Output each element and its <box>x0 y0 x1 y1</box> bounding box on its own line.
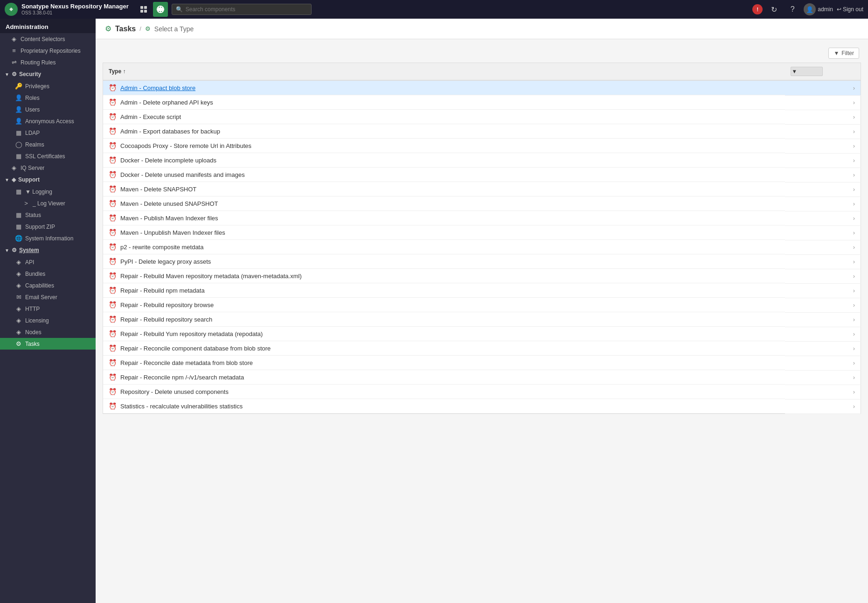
sidebar-item-privileges[interactable]: 🔑 Privileges <box>0 80 96 92</box>
proprietary-repos-label: Proprietary Repositories <box>21 48 81 54</box>
sidebar-item-logging[interactable]: ▦ ▼ Logging <box>0 186 96 197</box>
browse-icon-btn[interactable] <box>136 2 151 17</box>
table-row[interactable]: ⏰Docker - Delete unused manifests and im… <box>103 168 861 182</box>
task-type-name: Repair - Reconcile date metadata from bl… <box>120 359 253 366</box>
task-type-name: Repair - Rebuild Maven repository metada… <box>120 273 302 280</box>
table-row[interactable]: ⏰Repair - Reconcile npm /-/v1/search met… <box>103 370 861 385</box>
task-clock-icon: ⏰ <box>109 330 117 337</box>
sidebar-item-api[interactable]: ◈ API <box>0 256 96 268</box>
log-viewer-label: _ Log Viewer <box>33 200 65 207</box>
bundles-label: Bundles <box>25 271 45 277</box>
task-clock-icon: ⏰ <box>109 258 117 265</box>
table-row[interactable]: ⏰Docker - Delete incomplete uploads› <box>103 153 861 168</box>
user-menu[interactable]: 👤 admin <box>804 3 833 15</box>
support-section-icon: ◈ <box>12 176 16 183</box>
api-icon: ◈ <box>15 259 22 266</box>
logo-icon <box>5 3 18 16</box>
table-area: ▼ Filter Type ↑ ▾ <box>96 39 868 603</box>
task-arrow-cell: › <box>828 211 861 225</box>
sidebar-item-licensing[interactable]: ◈ Licensing <box>0 315 96 326</box>
task-type-name: PyPI - Delete legacy proxy assets <box>120 258 211 265</box>
arrow-column-header <box>828 63 861 81</box>
sidebar-item-iq-server[interactable]: ◈ IQ Server <box>0 162 96 174</box>
table-row[interactable]: ⏰Maven - Unpublish Maven Indexer files› <box>103 225 861 240</box>
breadcrumb-icon: ⚙ <box>105 24 111 33</box>
sidebar-item-proprietary-repositories[interactable]: ≡ Proprietary Repositories <box>0 45 96 56</box>
table-row[interactable]: ⏰Admin - Delete orphaned API keys› <box>103 95 861 110</box>
table-row[interactable]: ⏰Statistics - recalculate vulnerabilitie… <box>103 399 861 414</box>
table-row[interactable]: ⏰Admin - Compact blob store› <box>103 80 861 95</box>
task-type-name: p2 - rewrite composite metdata <box>120 244 203 251</box>
table-row[interactable]: ⏰Maven - Delete unused SNAPSHOT› <box>103 196 861 211</box>
sidebar-item-http[interactable]: ◈ HTTP <box>0 303 96 315</box>
sidebar-item-nodes[interactable]: ◈ Nodes <box>0 326 96 338</box>
type-column-header[interactable]: Type ↑ <box>103 63 785 81</box>
task-type-cell: ⏰Docker - Delete incomplete uploads <box>103 153 785 168</box>
table-row[interactable]: ⏰Repair - Rebuild repository browse› <box>103 298 861 312</box>
sidebar-item-ldap[interactable]: ▦ LDAP <box>0 127 96 139</box>
table-row[interactable]: ⏰Cocoapods Proxy - Store remote Url in A… <box>103 139 861 153</box>
table-row[interactable]: ⏰Repository - Delete unused components› <box>103 385 861 399</box>
sidebar-item-log-viewer[interactable]: > _ Log Viewer <box>0 197 96 209</box>
table-row[interactable]: ⏰Admin - Execute script› <box>103 110 861 124</box>
table-row[interactable]: ⏰Maven - Delete SNAPSHOT› <box>103 182 861 196</box>
task-arrow-cell: › <box>828 168 861 182</box>
task-type-cell: ⏰Repair - Reconcile npm /-/v1/search met… <box>103 370 785 385</box>
settings-icon-btn[interactable] <box>153 2 168 17</box>
log-viewer-icon: > <box>22 200 30 207</box>
tasks-icon: ⚙ <box>15 340 22 347</box>
column-dropdown-btn[interactable]: ▾ <box>791 67 823 76</box>
sidebar-item-routing-rules[interactable]: ⇌ Routing Rules <box>0 56 96 68</box>
sidebar-item-users[interactable]: 👤 Users <box>0 104 96 115</box>
ldap-label: LDAP <box>25 130 40 136</box>
signout-button[interactable]: ↩ Sign out <box>837 6 863 13</box>
sidebar-item-roles[interactable]: 👤 Roles <box>0 92 96 104</box>
sidebar-section-support[interactable]: ▼ ◈ Support <box>0 174 96 186</box>
table-row[interactable]: ⏰PyPI - Delete legacy proxy assets› <box>103 254 861 269</box>
filter-bar: ▼ Filter <box>103 44 861 63</box>
sidebar-section-system[interactable]: ▼ ⚙ System <box>0 244 96 256</box>
task-arrow-cell: › <box>828 80 861 95</box>
task-type-cell: ⏰Repair - Rebuild repository browse <box>103 298 785 312</box>
table-row[interactable]: ⏰Repair - Rebuild Yum repository metadat… <box>103 327 861 341</box>
task-type-cell: ⏰Repair - Rebuild Maven repository metad… <box>103 269 785 283</box>
sidebar-item-ssl-certificates[interactable]: ▦ SSL Certificates <box>0 150 96 162</box>
task-type-name: Repair - Rebuild npm metadata <box>120 287 205 294</box>
ssl-certificates-label: SSL Certificates <box>25 153 65 160</box>
task-type-name: Repair - Rebuild repository browse <box>120 302 214 309</box>
sidebar-item-anonymous-access[interactable]: 👤 Anonymous Access <box>0 115 96 127</box>
sidebar-item-capabilities[interactable]: ◈ Capabilities <box>0 280 96 291</box>
filter-button[interactable]: ▼ Filter <box>828 48 859 59</box>
task-clock-icon: ⏰ <box>109 84 117 91</box>
sidebar-item-realms[interactable]: ◯ Realms <box>0 139 96 150</box>
dropdown-column-header[interactable]: ▾ <box>785 63 828 81</box>
table-row[interactable]: ⏰Maven - Publish Maven Indexer files› <box>103 211 861 225</box>
proprietary-repos-icon: ≡ <box>10 47 18 54</box>
search-bar[interactable]: 🔍 <box>172 4 312 15</box>
task-type-cell: ⏰Repair - Rebuild npm metadata <box>103 283 785 298</box>
sidebar-item-system-information[interactable]: 🌐 System Information <box>0 232 96 244</box>
sidebar-item-email-server[interactable]: ✉ Email Server <box>0 291 96 303</box>
task-type-name: Maven - Delete SNAPSHOT <box>120 186 196 193</box>
svg-rect-1 <box>140 6 143 9</box>
sidebar-item-tasks[interactable]: ⚙ Tasks <box>0 338 96 350</box>
username-label: admin <box>818 6 833 13</box>
refresh-icon[interactable]: ↻ <box>766 2 781 17</box>
alert-icon[interactable]: ! <box>752 4 763 14</box>
table-row[interactable]: ⏰Repair - Rebuild npm metadata› <box>103 283 861 298</box>
sidebar-item-status[interactable]: ▦ Status <box>0 209 96 221</box>
table-row[interactable]: ⏰Admin - Export databases for backup› <box>103 124 861 139</box>
sidebar-item-support-zip[interactable]: ▦ Support ZIP <box>0 221 96 232</box>
search-input[interactable] <box>186 6 307 13</box>
task-type-name: Admin - Delete orphaned API keys <box>120 99 213 106</box>
sidebar-item-bundles[interactable]: ◈ Bundles <box>0 268 96 280</box>
table-row[interactable]: ⏰p2 - rewrite composite metdata› <box>103 240 861 254</box>
table-row[interactable]: ⏰Repair - Rebuild Maven repository metad… <box>103 269 861 283</box>
table-row[interactable]: ⏰Repair - Rebuild repository search› <box>103 312 861 327</box>
table-row[interactable]: ⏰Repair - Reconcile date metadata from b… <box>103 356 861 370</box>
sidebar-section-security[interactable]: ▼ ⚙ Security <box>0 68 96 80</box>
table-row[interactable]: ⏰Repair - Reconcile component database f… <box>103 341 861 356</box>
help-icon[interactable]: ? <box>785 2 800 17</box>
sidebar-item-content-selectors[interactable]: ◈ Content Selectors <box>0 33 96 45</box>
task-arrow-cell: › <box>828 341 861 356</box>
